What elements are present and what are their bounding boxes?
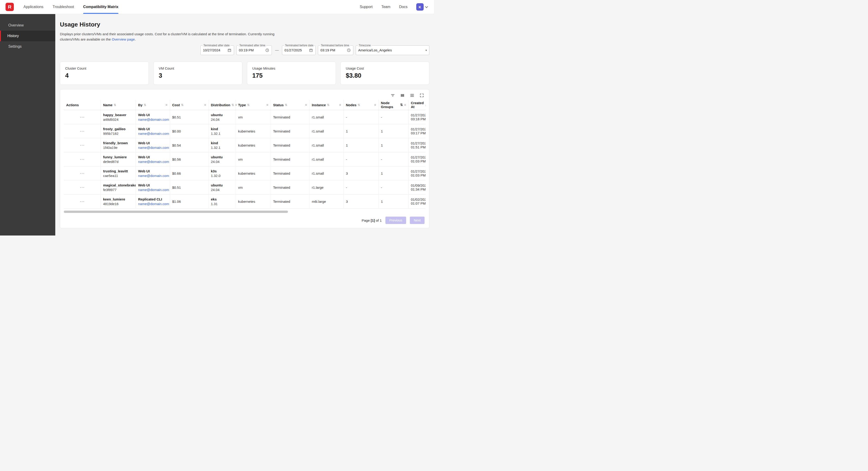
distribution-version: 1.32.1 [211,131,234,136]
column-label: By [138,103,143,107]
sort-icon[interactable]: ⇅ [327,103,330,107]
creator-email-link[interactable]: name@domain.com [138,188,167,192]
nodes-cell: - [343,180,378,195]
avatar[interactable]: K [416,3,424,10]
column-header[interactable]: Cost ⇅ ≡ [170,100,209,110]
terminated-after-date-label: Terminated after date [203,44,230,47]
column-header[interactable]: Created At ↓ [408,100,426,110]
row-actions-button[interactable]: ⋯ [79,128,86,134]
cluster-id: 4819de16 [103,202,133,206]
distribution-name: eks [211,197,234,201]
previous-page-button[interactable]: Previous [385,216,406,224]
row-actions-button[interactable]: ⋯ [79,184,86,190]
nodes-cell: - [343,152,378,166]
nav-tab[interactable]: Applications [24,0,43,14]
cluster-name: keen_lumiere [103,197,133,201]
instance-cell: r1.small [309,110,343,124]
creator-email-link[interactable]: name@domain.com [138,202,167,206]
terminated-before-date-label: Terminated before date [284,44,314,47]
creator-email-link[interactable]: name@domain.com [138,146,167,150]
sidebar-item[interactable]: History [0,31,55,41]
nav-link[interactable]: Support [360,5,372,9]
stat-card: Usage Minutes 175 [247,61,336,85]
sort-icon[interactable]: ⇅ [114,103,116,107]
column-label: Cost [172,103,180,107]
creator-email-link[interactable]: name@domain.com [138,174,167,178]
column-header[interactable]: Instance ⇅ ≡ [309,100,343,110]
dropdown-arrow-icon[interactable]: ▾ [426,49,427,52]
clock-icon[interactable] [347,48,351,52]
sort-icon[interactable]: ⇅ [247,103,249,107]
table-row: ⋯ frosty_galileo 995b7182 Web UI name@do… [64,124,426,138]
status-cell: Terminated [271,110,309,124]
sort-icon[interactable]: ⇅ [400,103,403,107]
terminated-after-time-input[interactable] [239,48,265,52]
column-header[interactable]: Node Groups ⇅ ≡ [378,100,408,110]
fullscreen-icon[interactable] [420,93,424,98]
sort-icon[interactable]: ⇅ [181,103,184,107]
column-menu-icon[interactable]: ≡ [339,103,341,107]
instance-cell: r1.large [309,180,343,195]
status-cell: Terminated [271,124,309,138]
sidebar-item[interactable]: Settings [0,41,55,52]
nodes-cell: 3 [343,166,378,180]
nav-link[interactable]: Team [381,5,390,9]
account-menu[interactable]: K [416,3,428,10]
row-actions-button[interactable]: ⋯ [79,199,86,204]
row-actions-button[interactable]: ⋯ [79,114,86,120]
sort-icon[interactable]: ⇅ [285,103,287,107]
next-page-button[interactable]: Next [410,216,425,224]
column-menu-icon[interactable]: ≡ [266,103,268,107]
timezone-select[interactable]: Timezone ▾ [356,46,429,55]
row-actions-button[interactable]: ⋯ [79,142,86,148]
column-menu-icon[interactable]: ≡ [165,103,167,107]
column-header[interactable]: Name ⇅ [101,100,136,110]
table-body: ⋯ happy_beaver a48d9324 Web UI name@doma… [64,110,426,209]
column-header[interactable]: By ⇅ ≡ [136,100,170,110]
instance-cell: r1.small [309,138,343,152]
column-header[interactable]: Type ⇅ ≡ [236,100,271,110]
timezone-input[interactable] [358,48,426,52]
nav-tab[interactable]: Troubleshoot [53,0,74,14]
instance-cell: m6i.large [309,195,343,209]
nav-link[interactable]: Docs [399,5,407,9]
overview-page-link[interactable]: Overview page [112,37,135,41]
column-menu-icon[interactable]: ≡ [404,103,406,107]
column-header[interactable]: Distribution ⇅ ≡ [209,100,236,110]
calendar-icon[interactable] [227,48,231,52]
row-actions-button[interactable]: ⋯ [79,156,86,162]
filter-icon[interactable] [391,93,395,98]
sort-icon[interactable]: ↓ [425,103,426,107]
creator-email-link[interactable]: name@domain.com [138,131,167,136]
scrollbar-thumb[interactable] [64,211,288,213]
calendar-icon[interactable] [309,48,313,52]
row-actions-button[interactable]: ⋯ [79,171,86,176]
column-label: Name [103,103,113,107]
column-header[interactable]: Status ⇅ ≡ [271,100,309,110]
sidebar-item[interactable]: Overview [0,20,55,31]
description-text-end: . [135,37,136,41]
nav-tab[interactable]: Compatibility Matrix [83,0,118,14]
column-header[interactable]: Nodes ⇅ ≡ [343,100,378,110]
sort-icon[interactable]: ⇅ [231,103,234,107]
density-icon[interactable] [410,93,414,98]
sort-icon[interactable]: ⇅ [144,103,146,107]
creator-email-link[interactable]: name@domain.com [138,160,167,164]
creator-email-link[interactable]: name@domain.com [138,118,167,121]
clock-icon[interactable] [265,48,269,52]
sort-icon[interactable]: ⇅ [358,103,360,107]
column-menu-icon[interactable]: ≡ [235,103,237,107]
column-menu-icon[interactable]: ≡ [204,103,206,107]
column-menu-icon[interactable]: ≡ [305,103,307,107]
node-groups-cell: 1 [378,124,408,138]
column-header[interactable]: Actions [64,100,101,110]
cluster-name: frosty_galileo [103,127,133,131]
created-date: 01/02/2025 [411,198,424,201]
terminated-before-date-input[interactable] [284,48,309,52]
terminated-before-time-input[interactable] [320,48,347,52]
column-label: Type [238,103,246,107]
replicated-logo[interactable]: R [5,3,14,11]
columns-icon[interactable] [400,93,405,98]
column-menu-icon[interactable]: ≡ [374,103,376,107]
terminated-after-date-input[interactable] [203,48,227,52]
